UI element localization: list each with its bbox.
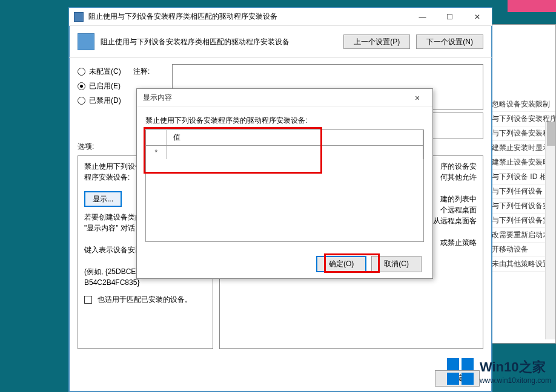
dialog-message: 禁止使用下列设备安装程序类的驱动程序安装设备: (137, 107, 432, 129)
show-button[interactable]: 显示... (84, 191, 122, 207)
maximize-button[interactable]: ☐ (436, 8, 463, 25)
row-marker: * (146, 146, 167, 160)
value-cell[interactable] (167, 146, 423, 160)
table-header-value: 值 (167, 130, 423, 146)
close-icon[interactable]: × (408, 93, 426, 103)
dialog-title: 显示内容 (143, 93, 172, 103)
show-contents-dialog: 显示内容 × 禁止使用下列设备安装程序类的驱动程序安装设备: 值 * 确定(O)… (136, 88, 433, 279)
next-setting-button[interactable]: 下一个设置(N) (416, 34, 483, 49)
radio-label: 已启用(E) (89, 81, 121, 91)
values-table[interactable]: 值 * (145, 129, 424, 242)
options-label: 选项: (78, 142, 94, 151)
app-icon (74, 12, 84, 22)
radio-label: 已禁用(D) (89, 96, 121, 106)
scrollbar[interactable] (545, 122, 555, 339)
radio-icon (78, 68, 85, 76)
prev-setting-button[interactable]: 上一个设置(P) (343, 34, 410, 49)
windows-logo-icon (446, 357, 475, 386)
checkbox-label: 也适用于匹配已安装的设备。 (98, 295, 192, 304)
policy-line[interactable]: 忽略设备安装限制 (488, 97, 555, 112)
titlebar[interactable]: 阻止使用与下列设备安装程序类相匹配的驱动程序安装设备 — ☐ ✕ (69, 8, 492, 26)
table-row: * (146, 146, 423, 160)
radio-label: 未配置(C) (89, 67, 121, 77)
checkbox-apply-installed[interactable] (84, 296, 92, 304)
radio-enabled[interactable]: 已启用(E) (78, 79, 133, 93)
table-header-blank (146, 130, 167, 146)
radio-disabled[interactable]: 已禁用(D) (78, 93, 133, 108)
window-title: 阻止使用与下列设备安装程序类相匹配的驱动程序安装设备 (88, 11, 409, 22)
radio-icon (78, 82, 85, 90)
watermark-brand1: Win10 (480, 359, 519, 374)
dialog-ok-button[interactable]: 确定(O) (316, 256, 366, 272)
policy-icon (78, 33, 94, 50)
close-button[interactable]: ✕ (463, 8, 491, 25)
watermark: Win10之家 www.win10xitong.com (446, 357, 551, 386)
policy-header-text: 阻止使用与下列设备安装程序类相匹配的驱动程序安装设备 (101, 37, 337, 47)
dialog-cancel-button[interactable]: 取消(C) (371, 256, 422, 272)
radio-icon (78, 97, 85, 105)
background-policy-list: 忽略设备安装限制 与下列设备安装程序 与下列设备安装程序 建禁止安装时显示自 建… (488, 24, 556, 344)
minimize-button[interactable]: — (409, 8, 436, 25)
dialog-titlebar[interactable]: 显示内容 × (137, 89, 432, 107)
watermark-brand2: 之家 (519, 359, 546, 374)
watermark-url: www.win10xitong.com (480, 376, 551, 385)
radio-not-configured[interactable]: 未配置(C) (78, 64, 133, 79)
